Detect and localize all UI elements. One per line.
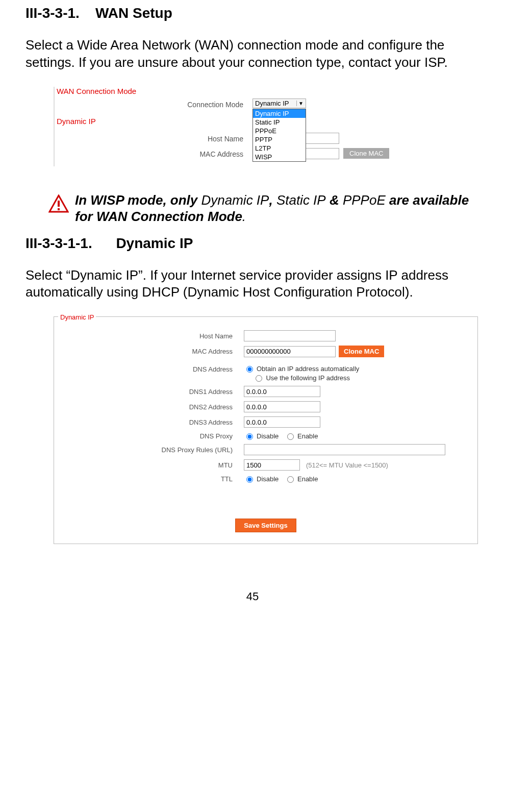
- clone-mac-button[interactable]: Clone MAC: [343, 148, 389, 159]
- subsection-intro: Select “Dynamic IP”. If your Internet se…: [26, 267, 479, 302]
- option-static-ip[interactable]: Static IP: [253, 118, 306, 127]
- dns-proxy-rules-label: DNS Proxy Rules (URL): [54, 446, 244, 454]
- section-title: WAN Setup: [95, 5, 172, 21]
- mtu-label: MTU: [54, 461, 244, 469]
- mac-address-label: MAC Address: [54, 348, 244, 355]
- mtu-input[interactable]: [244, 459, 300, 471]
- dns1-label: DNS1 Address: [54, 388, 244, 396]
- dns-manual-radio[interactable]: Use the following IP address: [253, 374, 350, 382]
- host-name-label: Host Name: [55, 133, 252, 143]
- dns3-input[interactable]: [244, 416, 320, 428]
- option-l2tp[interactable]: L2TP: [253, 144, 306, 153]
- option-pptp[interactable]: PPTP: [253, 135, 306, 144]
- mac-address-label: MAC Address: [55, 148, 252, 158]
- host-name-input[interactable]: [244, 330, 336, 341]
- dns1-input[interactable]: [244, 386, 320, 397]
- dns3-label: DNS3 Address: [54, 419, 244, 426]
- dns2-input[interactable]: [244, 401, 320, 412]
- dns-proxy-disable-radio[interactable]: Disable: [244, 432, 279, 440]
- dns-proxy-label: DNS Proxy: [54, 432, 244, 440]
- clone-mac-button[interactable]: Clone MAC: [339, 346, 384, 357]
- subsection-number: III-3-3-1-1.: [26, 235, 92, 251]
- save-settings-button[interactable]: Save Settings: [235, 519, 296, 532]
- host-name-label: Host Name: [54, 332, 244, 340]
- dynamic-ip-form-screenshot: Dynamic IP Host Name MAC Address Clone M…: [54, 316, 478, 544]
- dns-address-label: DNS Address: [54, 364, 244, 373]
- connection-mode-select[interactable]: Dynamic IP ▼ Dynamic IP Static IP PPPoE …: [252, 99, 306, 108]
- svg-rect-1: [58, 201, 60, 207]
- svg-rect-2: [58, 208, 60, 210]
- connection-mode-dropdown: Dynamic IP Static IP PPPoE PPTP L2TP WIS…: [252, 109, 306, 162]
- ttl-enable-radio[interactable]: Enable: [285, 475, 318, 483]
- mac-address-input[interactable]: [244, 346, 336, 357]
- fieldset-legend: Dynamic IP: [58, 313, 96, 321]
- connection-mode-value: Dynamic IP: [255, 100, 289, 107]
- section-number: III-3-3-1.: [26, 5, 80, 21]
- dns2-label: DNS2 Address: [54, 403, 244, 411]
- subsection-heading: III-3-3-1-1. Dynamic IP: [26, 235, 479, 252]
- wisp-warning-note: In WISP mode, only Dynamic IP, Static IP…: [48, 192, 479, 225]
- connection-mode-label: Connection Mode: [55, 99, 252, 109]
- warning-text: In WISP mode, only Dynamic IP, Static IP…: [75, 192, 479, 225]
- mtu-hint: (512<= MTU Value <=1500): [306, 461, 388, 469]
- dns-auto-radio[interactable]: Obtain an IP address automatically: [244, 364, 359, 373]
- warning-icon: [48, 194, 69, 215]
- fieldset-legend-wan: WAN Connection Mode: [57, 87, 455, 95]
- section-intro: Select a Wide Area Network (WAN) connect…: [26, 37, 479, 71]
- section-heading: III-3-3-1. WAN Setup: [26, 5, 479, 21]
- dns-proxy-rules-input[interactable]: [244, 444, 445, 455]
- ttl-disable-radio[interactable]: Disable: [244, 475, 279, 483]
- option-pppoe[interactable]: PPPoE: [253, 127, 306, 135]
- option-dynamic-ip[interactable]: Dynamic IP: [253, 109, 306, 118]
- ttl-label: TTL: [54, 475, 244, 483]
- subsection-title: Dynamic IP: [116, 235, 193, 251]
- wan-connection-mode-screenshot: WAN Connection Mode Connection Mode Dyna…: [54, 87, 455, 166]
- page-number: 45: [26, 590, 479, 603]
- dns-proxy-enable-radio[interactable]: Enable: [285, 432, 318, 440]
- chevron-down-icon: ▼: [296, 101, 304, 106]
- option-wisp[interactable]: WISP: [253, 153, 306, 161]
